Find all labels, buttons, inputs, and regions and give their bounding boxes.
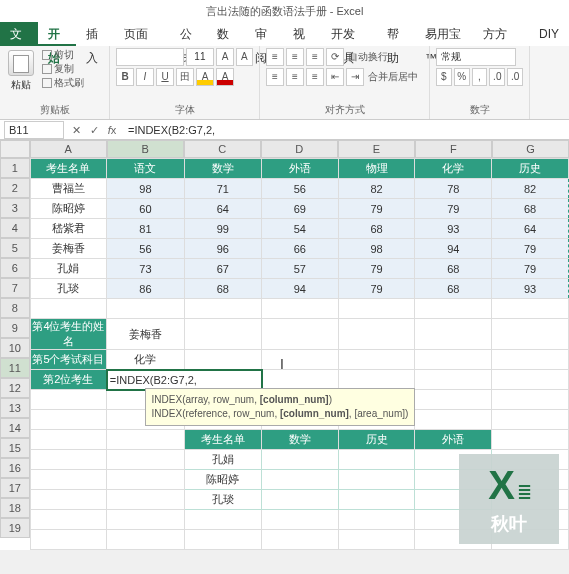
empty-9-3[interactable] — [415, 319, 492, 350]
student-name-3[interactable]: 姜梅香 — [30, 239, 107, 259]
border-button[interactable]: 田 — [176, 68, 194, 86]
row-header-13[interactable]: 13 — [0, 398, 30, 418]
student-name-4[interactable]: 孔娟 — [30, 259, 107, 279]
score-cell-5-4[interactable]: 68 — [415, 279, 492, 299]
align-mid-button[interactable]: ≡ — [286, 48, 304, 66]
table2-header-2[interactable]: 历史 — [338, 430, 415, 450]
main-header-5[interactable]: 化学 — [415, 159, 492, 179]
empty-t2-0-0[interactable] — [30, 450, 107, 470]
empty-13-5[interactable] — [415, 410, 492, 430]
table2-cell-2-0[interactable] — [262, 490, 339, 510]
score-cell-1-0[interactable]: 60 — [107, 199, 184, 219]
row-header-10[interactable]: 10 — [0, 338, 30, 358]
row-header-15[interactable]: 15 — [0, 438, 30, 458]
empty-9-0[interactable] — [184, 319, 261, 350]
align-top-button[interactable]: ≡ — [266, 48, 284, 66]
student-name-0[interactable]: 曹福兰 — [30, 179, 107, 199]
empty-8-2[interactable] — [184, 299, 261, 319]
score-cell-3-3[interactable]: 98 — [338, 239, 415, 259]
empty-18-3[interactable] — [262, 510, 339, 530]
score-cell-2-1[interactable]: 99 — [184, 219, 261, 239]
empty-11-3[interactable] — [492, 370, 569, 390]
score-cell-5-1[interactable]: 68 — [184, 279, 261, 299]
empty-13-0[interactable] — [30, 410, 107, 430]
bold-button[interactable]: B — [116, 68, 134, 86]
main-header-2[interactable]: 数学 — [184, 159, 261, 179]
main-header-0[interactable]: 考生名单 — [30, 159, 107, 179]
score-cell-2-3[interactable]: 68 — [338, 219, 415, 239]
score-cell-2-4[interactable]: 93 — [415, 219, 492, 239]
italic-button[interactable]: I — [136, 68, 154, 86]
empty-t2-2-1[interactable] — [107, 490, 184, 510]
row-header-8[interactable]: 8 — [0, 298, 30, 318]
copy-button[interactable]: 复制 — [40, 62, 84, 76]
tab-file[interactable]: 文件 — [0, 22, 38, 46]
score-cell-0-0[interactable]: 98 — [107, 179, 184, 199]
score-cell-4-1[interactable]: 67 — [184, 259, 261, 279]
col-header-a[interactable]: A — [30, 140, 107, 158]
empty-12-6[interactable] — [492, 390, 569, 410]
merge-button[interactable]: 合并后居中 — [366, 70, 418, 84]
empty-10-1[interactable] — [262, 350, 339, 370]
row-header-9[interactable]: 9 — [0, 318, 30, 338]
cancel-formula-button[interactable]: ✕ — [68, 122, 84, 138]
empty-19-4[interactable] — [338, 530, 415, 550]
tab-home[interactable]: 开始 — [38, 22, 76, 46]
empty-t2-2-0[interactable] — [30, 490, 107, 510]
main-header-4[interactable]: 物理 — [338, 159, 415, 179]
row-header-17[interactable]: 17 — [0, 478, 30, 498]
align-bot-button[interactable]: ≡ — [306, 48, 324, 66]
empty-10-2[interactable] — [338, 350, 415, 370]
tab-help[interactable]: 帮助 — [377, 22, 415, 46]
orientation-button[interactable]: ⟳ — [326, 48, 344, 66]
tab-yiyong[interactable]: 易用宝 ™ — [415, 22, 473, 46]
empty-19-3[interactable] — [262, 530, 339, 550]
col-header-d[interactable]: D — [261, 140, 338, 158]
score-cell-3-1[interactable]: 96 — [184, 239, 261, 259]
formula-input[interactable]: =INDEX(B2:G7,2, — [124, 124, 569, 136]
score-cell-2-5[interactable]: 64 — [492, 219, 569, 239]
align-right-button[interactable]: ≡ — [306, 68, 324, 86]
lookup-label-1[interactable]: 第4位考生的姓名 — [30, 319, 107, 350]
tab-review[interactable]: 审阅 — [245, 22, 283, 46]
tab-view[interactable]: 视图 — [283, 22, 321, 46]
row-header-2[interactable]: 2 — [0, 178, 30, 198]
score-cell-4-5[interactable]: 79 — [492, 259, 569, 279]
col-header-c[interactable]: C — [184, 140, 261, 158]
score-cell-1-4[interactable]: 79 — [415, 199, 492, 219]
col-header-g[interactable]: G — [492, 140, 569, 158]
score-cell-3-4[interactable]: 94 — [415, 239, 492, 259]
empty-8-4[interactable] — [338, 299, 415, 319]
indent-inc-button[interactable]: ⇥ — [346, 68, 364, 86]
table2-cell-1-0[interactable] — [262, 470, 339, 490]
empty-11-0[interactable] — [262, 370, 339, 390]
empty-t2-0-1[interactable] — [107, 450, 184, 470]
empty-8-0[interactable] — [30, 299, 107, 319]
empty-9-4[interactable] — [492, 319, 569, 350]
table2-header-3[interactable]: 外语 — [415, 430, 492, 450]
tab-diy[interactable]: DIY — [529, 22, 569, 46]
decrease-font-button[interactable]: A — [236, 48, 253, 66]
empty-14-6[interactable] — [492, 430, 569, 450]
table2-name-0[interactable]: 孔娟 — [184, 450, 261, 470]
align-center-button[interactable]: ≡ — [286, 68, 304, 86]
tab-dev[interactable]: 开发工具 — [321, 22, 377, 46]
currency-button[interactable]: $ — [436, 68, 452, 86]
font-name-select[interactable] — [116, 48, 184, 66]
row-header-6[interactable]: 6 — [0, 258, 30, 278]
score-cell-3-5[interactable]: 79 — [492, 239, 569, 259]
table2-name-1[interactable]: 陈昭婷 — [184, 470, 261, 490]
empty-t2-1-1[interactable] — [107, 470, 184, 490]
tab-fangfang[interactable]: 方方格子 — [473, 22, 529, 46]
score-cell-0-5[interactable]: 82 — [492, 179, 569, 199]
empty-10-0[interactable] — [184, 350, 261, 370]
empty-18-2[interactable] — [184, 510, 261, 530]
row-header-4[interactable]: 4 — [0, 218, 30, 238]
col-header-b[interactable]: B — [107, 140, 184, 158]
score-cell-0-3[interactable]: 82 — [338, 179, 415, 199]
empty-8-3[interactable] — [262, 299, 339, 319]
paste-button[interactable]: 粘贴 — [6, 48, 36, 92]
format-painter-button[interactable]: 格式刷 — [40, 76, 84, 90]
score-cell-4-0[interactable]: 73 — [107, 259, 184, 279]
inc-decimal-button[interactable]: .0 — [489, 68, 505, 86]
